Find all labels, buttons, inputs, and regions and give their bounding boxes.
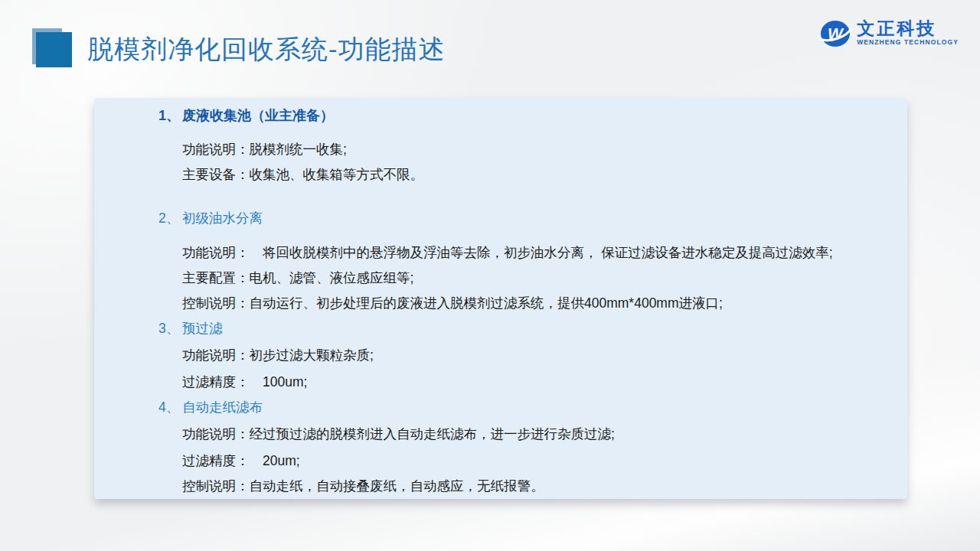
content-panel: 1、废液收集池（业主准备） 功能说明：脱模剂统一收集; 主要设备：收集池、收集箱… xyxy=(94,98,907,499)
logo-brand-en: WENZHENG TECHNOLOGY xyxy=(857,38,959,47)
section-2-line-3: 控制说明：自动运行、初步处理后的废液进入脱模剂过滤系统，提供400mm*400m… xyxy=(94,291,907,316)
section-3-title: 预过滤 xyxy=(182,321,223,336)
section-1-heading: 1、废液收集池（业主准备） xyxy=(94,103,907,129)
section-1-line-1: 功能说明：脱模剂统一收集; xyxy=(94,137,907,162)
section-2-line-2: 主要配置：电机、滤管、液位感应组等; xyxy=(94,266,907,291)
section-4-line-1: 功能说明：经过预过滤的脱模剂进入自动走纸滤布，进一步进行杂质过滤; xyxy=(94,422,907,447)
section-3-heading: 3、预过滤 xyxy=(94,316,907,341)
section-3-number: 3、 xyxy=(158,316,182,341)
slide-header: 脱模剂净化回收系统-功能描述 W 文正科技 WENZHENG TECHNOLOG… xyxy=(0,0,980,84)
section-1-line-2: 主要设备：收集池、收集箱等方式不限。 xyxy=(94,162,907,187)
section-4-title: 自动走纸滤布 xyxy=(182,399,263,415)
section-2-number: 2、 xyxy=(158,206,182,231)
section-2-line-1: 功能说明： 将回收脱模剂中的悬浮物及浮油等去除，初步油水分离， 保证过滤设备进水… xyxy=(94,240,907,266)
section-1-number: 1、 xyxy=(158,103,182,129)
section-3-line-1: 功能说明：初步过滤大颗粒杂质; xyxy=(94,343,907,368)
section-4-line-2: 过滤精度： 20um; xyxy=(94,448,907,474)
dark-square-decor xyxy=(36,32,72,67)
section-2-heading: 2、初级油水分离 xyxy=(94,206,907,231)
section-4-number: 4、 xyxy=(158,395,182,420)
logo-brand-cn: 文正科技 xyxy=(857,18,936,38)
wenzheng-logo-icon: W xyxy=(818,18,854,51)
company-logo: W 文正科技 WENZHENG TECHNOLOGY xyxy=(818,18,959,51)
page-title: 脱模剂净化回收系统-功能描述 xyxy=(87,34,446,64)
section-4-heading: 4、自动走纸滤布 xyxy=(94,395,907,420)
logo-text-block: 文正科技 WENZHENG TECHNOLOGY xyxy=(857,18,959,47)
title-bullet-squares xyxy=(31,28,75,70)
section-4-line-3: 控制说明：自动走纸，自动接叠废纸，自动感应，无纸报警。 xyxy=(94,474,907,499)
section-2-title: 初级油水分离 xyxy=(182,210,263,226)
section-1-title: 废液收集池（业主准备） xyxy=(182,108,334,123)
section-3-line-2: 过滤精度： 100um; xyxy=(94,370,907,395)
